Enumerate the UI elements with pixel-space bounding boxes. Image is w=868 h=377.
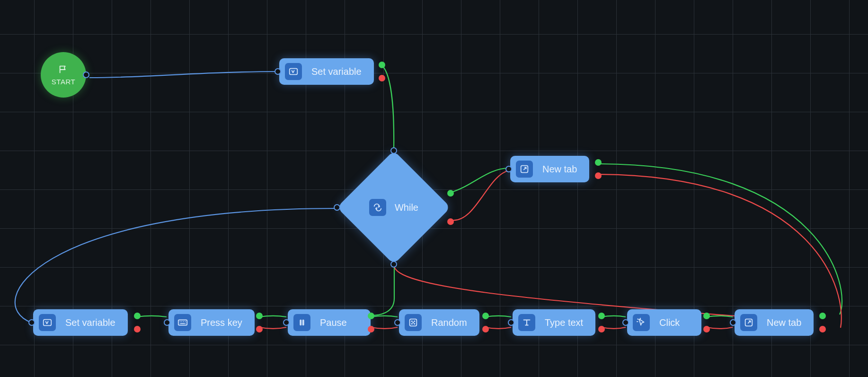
node-label: Pause [320,317,347,328]
type-icon [518,314,535,331]
node-new-tab[interactable]: New tab [510,156,589,182]
variable-icon [285,63,302,80]
dice-icon [405,314,422,331]
node-label: Click [659,317,680,328]
node-label: Set variable [311,66,362,77]
node-set-variable[interactable]: Set variable [33,309,128,336]
port-in[interactable] [622,319,629,326]
port-out-success[interactable] [703,313,710,319]
node-label: While [395,202,418,213]
cursor-click-icon [633,314,650,331]
port-out-fail[interactable] [703,326,710,332]
port-in-left[interactable] [334,204,340,211]
port-out-success[interactable] [134,313,141,319]
port-out-success[interactable] [368,313,374,319]
node-label: New tab [542,164,577,175]
pause-icon [293,314,310,331]
node-while[interactable]: While [337,151,451,264]
port-out-success[interactable] [595,159,602,166]
node-type-text[interactable]: Type text [513,309,595,336]
start-label: START [52,78,75,86]
node-click[interactable]: Click [627,309,701,336]
port-out-fail[interactable] [482,326,489,332]
node-press-key[interactable]: Press key [168,309,255,336]
port-out-fail[interactable] [595,172,602,179]
port-in[interactable] [275,68,281,75]
port-in[interactable] [164,319,170,326]
port-out-success[interactable] [447,190,454,197]
port-out-success[interactable] [819,313,826,319]
port-out-fail[interactable] [134,326,141,332]
port-out-success[interactable] [256,313,263,319]
port-out-fail[interactable] [368,326,374,332]
external-icon [516,161,533,178]
port-in[interactable] [28,319,35,326]
port-out-fail[interactable] [256,326,263,332]
loop-icon [369,199,386,216]
node-new-tab[interactable]: New tab [735,309,814,336]
port-out-success[interactable] [598,313,605,319]
port-out-fail[interactable] [819,326,826,332]
port-in-top[interactable] [390,147,397,154]
port-out-bottom[interactable] [390,261,397,268]
node-label: Random [431,317,467,328]
port-in[interactable] [505,166,512,172]
flag-icon [58,64,69,75]
port-in[interactable] [508,319,514,326]
keyboard-icon [174,314,191,331]
port-out-success[interactable] [379,62,385,68]
port-out-success[interactable] [482,313,489,319]
node-pause[interactable]: Pause [288,309,371,336]
port-in[interactable] [394,319,401,326]
node-set-variable[interactable]: Set variable [279,58,374,85]
start-node[interactable]: START [41,52,86,98]
node-label: Press key [201,317,242,328]
port-out-fail[interactable] [379,75,385,81]
node-label: New tab [767,317,801,328]
port-in[interactable] [730,319,736,326]
port-in[interactable] [283,319,290,326]
node-random[interactable]: Random [399,309,479,336]
port-out[interactable] [83,72,89,78]
node-label: Type text [545,317,583,328]
port-out-fail[interactable] [598,326,605,332]
variable-icon [39,314,56,331]
external-icon [740,314,757,331]
node-label: Set variable [65,317,115,328]
port-out-fail[interactable] [447,218,454,225]
